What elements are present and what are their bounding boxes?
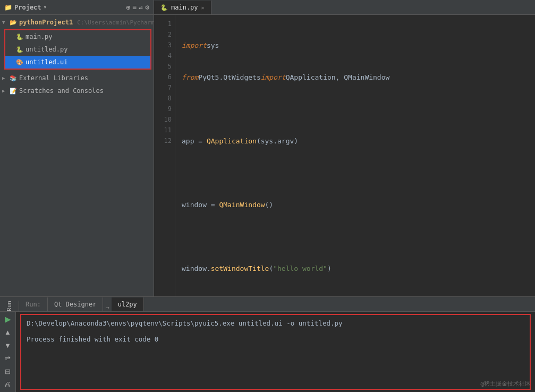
watermark: @稀土掘金技术社区 — [480, 380, 531, 388]
tree-item-untitledui[interactable]: 🎨 untitled.ui — [5, 56, 150, 69]
settings-icon[interactable]: ⚙ — [145, 3, 149, 11]
project-name: pythonProject1 — [19, 19, 73, 26]
code-line-5 — [182, 168, 535, 178]
split-icon[interactable]: ⇌ — [139, 3, 143, 11]
bottom-tab-ul2py-label: ul2py — [118, 301, 137, 308]
line-num-9: 9 — [154, 104, 172, 115]
scratches-label: Scratches and Consoles — [19, 87, 104, 95]
scroll-down-button[interactable]: ▼ — [2, 340, 14, 351]
add-icon[interactable]: ⊕ — [126, 3, 130, 12]
project-icon: 📁 — [4, 4, 12, 11]
code-line-3 — [182, 104, 535, 115]
wrap-button[interactable]: ⇌ — [2, 353, 14, 364]
code-line-4: app = QApplication(sys.argv) — [182, 136, 535, 147]
ui-icon: 🎨 — [16, 59, 23, 66]
external-libs-label: External Libraries — [19, 74, 88, 82]
external-libs-chevron: ▶ — [2, 75, 7, 81]
line-num-3: 3 — [154, 40, 172, 51]
project-collapse-chevron: ▼ — [2, 20, 7, 25]
bottom-tab-run-label: Run: — [26, 301, 41, 308]
collapse-icon[interactable]: ≡ — [133, 3, 137, 11]
terminal-cmd-line: D:\Develop\Anaconda3\envs\pyqtenv\Script… — [27, 319, 524, 327]
line-num-10: 10 — [154, 115, 172, 125]
line-num-2: 2 — [154, 30, 172, 40]
line-num-6: 6 — [154, 72, 172, 83]
lib-icon: 📚 — [10, 75, 17, 82]
scratches-icon: 📝 — [10, 88, 17, 95]
untitledpy-label: untitled.py — [26, 46, 67, 53]
project-folder-icon: 📂 — [10, 19, 17, 26]
terminal-output-border: D:\Develop\Anaconda3\envs\pyqtenv\Script… — [20, 314, 531, 390]
tree-item-project[interactable]: ▼ 📂 pythonProject1 C:\Users\admin\Pychar… — [0, 16, 154, 29]
tree-item-external-libs[interactable]: ▶ 📚 External Libraries — [0, 72, 154, 84]
py-icon: 🐍 — [16, 33, 23, 40]
editor-tab-label: main.py — [171, 4, 198, 11]
line-num-7: 7 — [154, 83, 172, 93]
line-num-1: 1 — [154, 19, 172, 30]
line-num-12: 12 — [154, 136, 172, 147]
tree-item-untitledpy[interactable]: 🐍 untitled.py — [5, 43, 150, 56]
line-num-8: 8 — [154, 93, 172, 104]
scroll-up-button[interactable]: ▲ — [2, 327, 14, 338]
editor-tab-mainpy[interactable]: 🐍 main.py ✕ — [154, 1, 211, 14]
bottom-tab-run[interactable]: Run: — [19, 297, 48, 311]
line-num-11: 11 — [154, 125, 172, 136]
py-icon2: 🐍 — [16, 46, 23, 53]
scratches-chevron: ▶ — [2, 88, 7, 93]
code-line-8: window.setWindowTitle("hello world") — [182, 263, 535, 274]
project-panel-title: Project — [14, 4, 41, 11]
bottom-tab-ul2py[interactable]: ul2py — [112, 297, 144, 311]
arrow-icon: → — [103, 304, 111, 311]
run-label-strip: Run — [0, 301, 19, 311]
bottom-tab-qtdesigner-label: Qt Designer — [54, 301, 96, 308]
py-file-icon: 🐍 — [160, 4, 168, 11]
bottom-tab-qtdesigner[interactable]: Qt Designer — [48, 297, 103, 311]
terminal-result-line: Process finished with exit code 0 — [27, 335, 524, 343]
line-num-4: 4 — [154, 51, 172, 62]
tree-item-mainpy[interactable]: 🐍 main.py — [5, 30, 150, 43]
terminal-empty-line — [27, 327, 524, 335]
code-line-2: from PyQt5.QtWidgets import QApplication… — [182, 72, 535, 83]
project-dropdown-icon[interactable]: ▾ — [44, 4, 47, 11]
code-line-1: import sys — [182, 40, 535, 51]
project-path: C:\Users\admin\PycharmProjects\p — [77, 19, 154, 26]
filter-button[interactable]: ⊟ — [2, 366, 14, 377]
tree-item-scratches[interactable]: ▶ 📝 Scratches and Consoles — [0, 84, 154, 97]
run-button[interactable]: ▶ — [2, 314, 14, 325]
print-button[interactable]: 🖨 — [2, 379, 14, 390]
code-line-6: window = QMainWindow() — [182, 200, 535, 210]
untitledui-label: untitled.ui — [26, 58, 67, 66]
code-line-7 — [182, 232, 535, 242]
mainpy-label: main.py — [26, 33, 53, 40]
tab-close-icon[interactable]: ✕ — [201, 5, 205, 11]
code-editor-content[interactable]: import sys from PyQt5.QtWidgets import Q… — [175, 15, 535, 296]
line-num-5: 5 — [154, 62, 172, 72]
